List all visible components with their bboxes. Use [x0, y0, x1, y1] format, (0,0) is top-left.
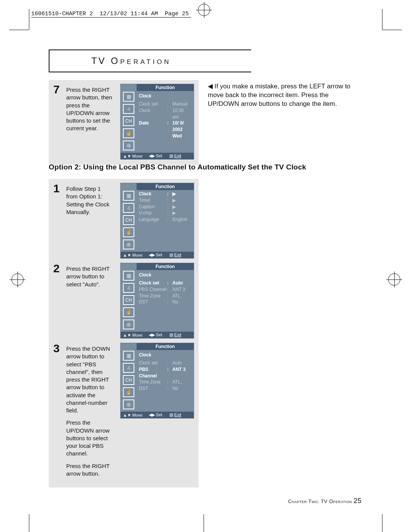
crop-mark	[382, 514, 382, 532]
screen-row: Clock set:Auto	[139, 280, 191, 286]
step-3: 3 Press the DOWN arrow button to select …	[49, 339, 199, 487]
screen-icon: CH	[123, 215, 134, 225]
hint-move: ▲▼ Move	[123, 154, 143, 158]
screen-row: Time Zone:ATL.	[139, 379, 191, 385]
screen-row: PBS Channel:ANT 3	[139, 366, 191, 379]
tv-screen: Function ▥♫CH☝◎ Clock Clock set:ManualCl…	[120, 84, 194, 160]
screen-icon: ♫	[123, 283, 134, 293]
step-number: 7	[53, 84, 62, 160]
screen-row: Language:English	[139, 216, 191, 223]
step-7: 7 Press the RIGHT arrow button, then pre…	[49, 80, 199, 165]
screen-row: Clock set:Manual	[139, 101, 191, 107]
tip-text: If you make a mistake, press the LEFT ar…	[208, 83, 350, 107]
hint-sel: ◀▶ Sel.	[149, 153, 163, 158]
screen-row: Clock:10:30 am	[139, 107, 191, 120]
crop-mark	[29, 9, 29, 30]
crop-mark	[9, 30, 29, 30]
step-text: Press the RIGHT arrow button, then press…	[66, 84, 116, 160]
step-2: 2 Press the RIGHT arrow button to select…	[49, 259, 199, 344]
step-number: 2	[53, 263, 62, 339]
step-number: 3	[53, 343, 62, 482]
crop-mark	[382, 30, 402, 30]
screen-icon: ♫	[123, 104, 134, 114]
hint-exit: ▥ Exit	[169, 252, 181, 257]
screen-row: Date:10/ 9/ 2002	[139, 120, 191, 133]
option-2-header: Option 2: Using the Local PBS Channel to…	[49, 163, 361, 171]
screen-hintbar: ▲▼ Move◀▶ Sel.▥ Exit	[121, 412, 194, 418]
screen-row: DST:No	[139, 385, 191, 392]
tv-screen: Function ▥♫CH☝◎ Clock Clock set:AutoPBS …	[120, 263, 194, 339]
step-text: Follow Step 1 from Option 1: Setting the…	[66, 183, 116, 259]
print-header-part3: Page 25	[165, 11, 189, 17]
tv-screen: Function ▥♫CH☝◎ Clock:▶Timer:▶Caption:▶V…	[120, 183, 194, 259]
screen-header: Clock	[139, 352, 191, 358]
screen-title: Function	[137, 263, 194, 270]
screen-icon-column: ▥♫CH☝◎	[121, 91, 137, 150]
screen-row: Clock:▶	[139, 191, 191, 197]
print-header: 16061510-CHAPTER 2 12/13/02 11:44 AM Pag…	[31, 11, 189, 17]
screen-row: V-chip:▶	[139, 210, 191, 216]
hint-move: ▲▼ Move	[123, 333, 143, 337]
crop-mark	[204, 514, 204, 532]
hint-sel: ◀▶ Sel.	[149, 412, 163, 417]
section-title: TV Operation	[49, 50, 251, 72]
screen-icon: ▥	[123, 191, 134, 201]
left-arrow-icon: ◀	[208, 83, 213, 90]
screen-icon: ◎	[123, 320, 134, 329]
screen-row: Caption:▶	[139, 204, 191, 210]
screen-icon-column: ▥♫CH☝◎	[121, 270, 137, 329]
section-title-tv: TV	[91, 56, 106, 66]
screen-title: Function	[137, 84, 194, 91]
screen-row: Clock set:Auto	[139, 360, 191, 366]
footer-chapter: Chapter Two: TV Operation	[288, 498, 352, 504]
screen-icon: ☝	[123, 307, 134, 317]
screen-header: Clock	[139, 93, 191, 99]
screen-icon: ▥	[123, 351, 134, 361]
screen-icon: ◎	[123, 399, 134, 409]
hint-exit: ▥ Exit	[169, 412, 181, 417]
screen-icon-column: ▥♫CH☝◎	[121, 350, 137, 409]
screen-icon: ♫	[123, 363, 134, 373]
hint-exit: ▥ Exit	[169, 332, 181, 337]
page-footer: Chapter Two: TV Operation 25	[288, 497, 362, 505]
screen-icon: ▥	[123, 271, 134, 281]
crop-mark	[382, 9, 382, 30]
print-header-part1: 16061510-CHAPTER 2	[31, 11, 93, 17]
hint-sel: ◀▶ Sel.	[149, 332, 163, 337]
hint-sel: ◀▶ Sel.	[149, 252, 163, 257]
registration-mark	[198, 4, 210, 16]
screen-icon: ▥	[123, 92, 134, 102]
tip-text-block: ◀ If you make a mistake, press the LEFT …	[208, 82, 360, 109]
screen-row: Time Zone:ATL.	[139, 293, 191, 299]
screen-hintbar: ▲▼ Move◀▶ Sel.▥ Exit	[121, 252, 194, 258]
registration-mark	[388, 273, 400, 286]
screen-icon: ◎	[123, 240, 134, 249]
section-title-rest: Operation	[106, 56, 171, 66]
screen-row: Wed	[139, 133, 191, 139]
print-header-rule	[31, 17, 191, 18]
tv-screen: Function ▥♫CH☝◎ Clock Clock set:AutoPBS …	[120, 343, 194, 419]
screen-icon: ☝	[123, 128, 134, 138]
footer-page: 25	[354, 497, 362, 505]
step-text: Press the DOWN arrow button to select "P…	[66, 343, 116, 482]
hint-exit: ▥ Exit	[169, 153, 181, 158]
print-header-part2: 12/13/02 11:44 AM	[100, 11, 158, 17]
registration-mark	[11, 273, 24, 286]
screen-header: Clock	[139, 272, 191, 278]
screen-icon: CH	[123, 375, 134, 385]
hint-move: ▲▼ Move	[123, 413, 143, 417]
screen-hintbar: ▲▼ Move◀▶ Sel.▥ Exit	[121, 153, 194, 159]
crop-mark	[29, 514, 29, 532]
step-1: 1 Follow Step 1 from Option 1: Setting t…	[49, 179, 199, 264]
screen-icon: ♫	[123, 203, 134, 213]
screen-icon: CH	[123, 116, 134, 126]
screen-title: Function	[137, 343, 194, 350]
screen-icon: ☝	[123, 227, 134, 237]
step-text: Press the RIGHT arrow button to select "…	[66, 263, 116, 339]
screen-icon: CH	[123, 295, 134, 305]
screen-row: DST:No	[139, 299, 191, 305]
hint-move: ▲▼ Move	[123, 253, 143, 257]
screen-hintbar: ▲▼ Move◀▶ Sel.▥ Exit	[121, 332, 194, 338]
screen-icon-column: ▥♫CH☝◎	[121, 190, 137, 249]
screen-row: PBS Channel:ANT 3	[139, 286, 191, 293]
